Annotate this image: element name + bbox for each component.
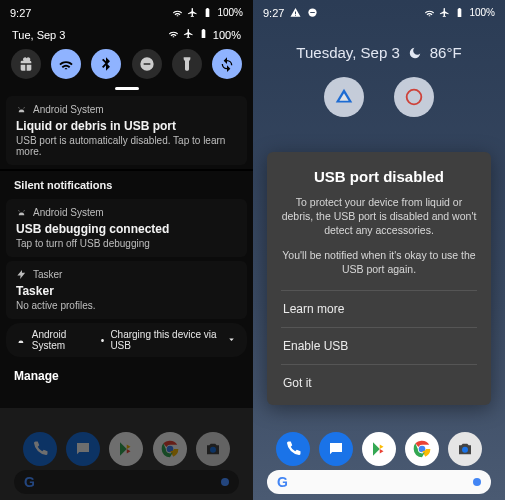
phone-left: 9:27 100% Tue, Sep 3 100%	[0, 0, 253, 500]
home-temp: 86°F	[430, 44, 462, 61]
notification-charging[interactable]: Android System • Charging this device vi…	[6, 323, 247, 357]
status-bar: 9:27 100%	[0, 0, 253, 22]
android-auto-widget[interactable]	[324, 77, 364, 117]
notif-app: Android System	[33, 104, 104, 115]
notification-tasker[interactable]: Tasker Tasker No active profiles.	[6, 261, 247, 319]
moon-icon	[408, 46, 422, 60]
app-play-store[interactable]	[109, 432, 143, 466]
search-pill[interactable]: G	[14, 470, 239, 494]
notif-sub: Tap to turn off USB debugging	[16, 238, 237, 249]
shade-date-row: Tue, Sep 3 100%	[0, 22, 253, 45]
qs-tile-autorotate[interactable]	[212, 49, 242, 79]
assistant-icon[interactable]	[221, 478, 229, 486]
dnd-icon	[307, 7, 318, 18]
app-phone[interactable]	[276, 432, 310, 466]
google-logo: G	[24, 474, 35, 490]
assistant-icon[interactable]	[473, 478, 481, 486]
circle-widget[interactable]	[394, 77, 434, 117]
svg-rect-4	[311, 12, 316, 13]
app-chrome[interactable]	[153, 432, 187, 466]
notification-usb-debugging[interactable]: Android System USB debugging connected T…	[6, 199, 247, 257]
app-camera[interactable]	[196, 432, 230, 466]
battery-icon	[202, 7, 213, 18]
notif-sub: No active profiles.	[16, 300, 237, 311]
dialog-enable-usb-button[interactable]: Enable USB	[281, 327, 477, 364]
quick-settings	[0, 45, 253, 85]
app-messages[interactable]	[319, 432, 353, 466]
dialog-title: USB port disabled	[281, 168, 477, 185]
dialog-body-2: You'll be notified when it's okay to use…	[281, 248, 477, 276]
app-camera[interactable]	[448, 432, 482, 466]
google-logo: G	[277, 474, 288, 490]
notif-title: USB debugging connected	[16, 222, 237, 236]
svg-point-5	[407, 90, 422, 105]
dialog-got-it-button[interactable]: Got it	[281, 364, 477, 401]
notif-app: Android System	[33, 207, 104, 218]
usb-dialog: USB port disabled To protect your device…	[267, 152, 491, 405]
app-messages[interactable]	[66, 432, 100, 466]
home-dim: G	[0, 408, 253, 500]
app-chrome[interactable]	[405, 432, 439, 466]
svg-point-8	[462, 447, 468, 453]
airplane-icon	[183, 28, 194, 41]
dialog-learn-more-button[interactable]: Learn more	[281, 290, 477, 327]
qs-tile-gift[interactable]	[11, 49, 41, 79]
wifi-icon	[168, 28, 179, 41]
home-widgets	[253, 77, 505, 117]
notif-sub: USB port is automatically disabled. Tap …	[16, 135, 237, 157]
home-date-row[interactable]: Tuesday, Sep 3 86°F	[253, 22, 505, 63]
manage-button[interactable]: Manage	[0, 361, 253, 393]
app-play-store[interactable]	[362, 432, 396, 466]
airplane-icon	[439, 7, 450, 18]
status-time: 9:27	[263, 7, 284, 19]
warning-icon	[290, 7, 301, 18]
airplane-icon	[187, 7, 198, 18]
battery-percent: 100%	[213, 29, 241, 41]
qs-tile-flashlight[interactable]	[172, 49, 202, 79]
shade-date: Tue, Sep 3	[12, 29, 65, 41]
battery-icon	[198, 28, 209, 41]
status-time: 9:27	[10, 7, 31, 19]
home-date: Tuesday, Sep 3	[296, 44, 399, 61]
silent-notifications-label: Silent notifications	[0, 169, 253, 195]
svg-point-2	[210, 447, 216, 453]
search-pill[interactable]: G	[267, 470, 491, 494]
shade-handle[interactable]	[115, 87, 139, 90]
notification-usb-port[interactable]: Android System Liquid or debris in USB p…	[6, 96, 247, 165]
notif-app: Tasker	[33, 269, 62, 280]
battery-percent: 100%	[217, 7, 243, 18]
battery-percent: 100%	[469, 7, 495, 18]
foot-text: Charging this device via USB	[110, 329, 226, 351]
battery-icon	[454, 7, 465, 18]
wifi-icon	[424, 7, 435, 18]
notif-title: Liquid or debris in USB port	[16, 119, 237, 133]
dialog-body-1: To protect your device from liquid or de…	[281, 195, 477, 238]
qs-tile-bluetooth[interactable]	[91, 49, 121, 79]
foot-app: Android System	[32, 329, 95, 351]
dock	[253, 432, 505, 466]
qs-tile-wifi[interactable]	[51, 49, 81, 79]
status-bar: 9:27 100%	[253, 0, 505, 22]
chevron-down-icon[interactable]	[226, 334, 237, 347]
phone-right: 9:27 100% Tuesday, Sep 3 86°F USB port d…	[253, 0, 505, 500]
qs-tile-dnd[interactable]	[132, 49, 162, 79]
notif-title: Tasker	[16, 284, 237, 298]
app-phone[interactable]	[23, 432, 57, 466]
wifi-icon	[172, 7, 183, 18]
